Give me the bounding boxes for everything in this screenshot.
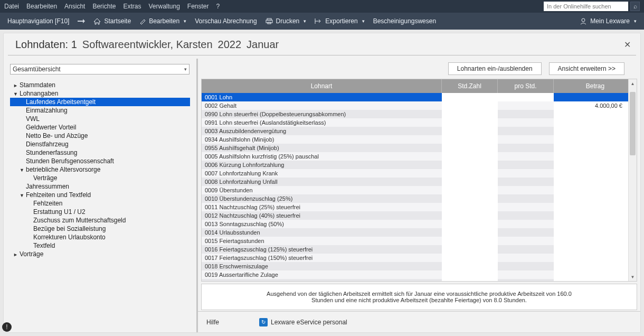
cell-betrag[interactable] — [554, 135, 628, 144]
hauptnavigation-button[interactable]: Hauptnavigation [F10] — [7, 17, 69, 25]
cell-prostd[interactable] — [498, 211, 554, 220]
tree-item[interactable]: Netto Be- und Abzüge — [10, 132, 190, 140]
table-row[interactable]: 0015 Feiertagsstunden — [202, 237, 628, 245]
cell-stdzahl[interactable] — [442, 254, 498, 262]
search-button[interactable]: ⌕ — [630, 2, 640, 11]
table-row[interactable]: 0001 Lohn — [202, 93, 628, 101]
cell-prostd[interactable] — [498, 228, 554, 237]
tree-item[interactable]: ▼Fehlzeiten und Textfeld — [10, 191, 190, 199]
tree-item[interactable]: ▼Lohnangaben — [10, 89, 190, 98]
scroll-up-icon[interactable]: ▲ — [629, 79, 637, 88]
overview-select[interactable]: Gesamtübersicht ▾ — [10, 64, 190, 74]
table-row[interactable]: 0002 Gehalt4.000,00 € — [202, 101, 628, 110]
tree-item[interactable]: Korrekturen Urlaubskonto — [10, 233, 190, 241]
cell-prostd[interactable] — [498, 262, 554, 270]
cell-prostd[interactable] — [498, 186, 554, 194]
table-row[interactable]: 0013 Sonntagszuschlag (50%) — [202, 220, 628, 228]
bearbeiten-button[interactable]: Bearbeiten▾ — [139, 17, 186, 25]
cell-prostd[interactable] — [498, 279, 554, 281]
cell-betrag[interactable] — [554, 220, 628, 228]
cell-prostd[interactable] — [498, 203, 554, 211]
table-row[interactable]: 0955 Aushilfsgehalt (Minijob) — [202, 144, 628, 152]
table-row[interactable]: 0003 Auszubildendenvergütung — [202, 127, 628, 135]
cell-stdzahl[interactable] — [442, 211, 498, 220]
cell-betrag[interactable] — [554, 245, 628, 254]
cell-betrag[interactable] — [554, 144, 628, 152]
cell-betrag[interactable] — [554, 161, 628, 169]
cell-prostd[interactable] — [498, 270, 554, 279]
tree-item[interactable]: Zuschuss zum Mutterschaftsgeld — [10, 216, 190, 225]
cell-stdzahl[interactable] — [442, 279, 498, 281]
col-lohnart[interactable]: Lohnart — [202, 79, 442, 93]
cell-stdzahl[interactable] — [442, 194, 498, 203]
table-row[interactable]: 0018 Erschwerniszulage — [202, 262, 628, 270]
cell-prostd[interactable] — [498, 93, 554, 101]
cell-betrag[interactable] — [554, 110, 628, 118]
cell-betrag[interactable] — [554, 211, 628, 220]
cell-betrag[interactable] — [554, 237, 628, 245]
cell-betrag[interactable] — [554, 194, 628, 203]
tree-item[interactable]: Jahressummen — [10, 182, 190, 191]
cell-stdzahl[interactable] — [442, 245, 498, 254]
cell-stdzahl[interactable] — [442, 169, 498, 178]
vorschau-button[interactable]: Vorschau Abrechnung — [195, 17, 257, 25]
bescheinigung-button[interactable]: Bescheinigungswesen — [373, 17, 436, 25]
cell-stdzahl[interactable] — [442, 118, 498, 127]
cell-betrag[interactable] — [554, 186, 628, 194]
cell-prostd[interactable] — [498, 194, 554, 203]
tree-item[interactable]: Stundenerfassung — [10, 148, 190, 157]
cell-prostd[interactable] — [498, 152, 554, 161]
cell-betrag[interactable]: 4.000,00 € — [554, 101, 628, 110]
menu-extras[interactable]: Extras — [123, 3, 141, 10]
mein-lexware-button[interactable]: Mein Lexware▾ — [580, 17, 637, 25]
exportieren-button[interactable]: Exportieren▾ — [315, 17, 364, 25]
menu-datei[interactable]: Datei — [4, 3, 19, 10]
cell-prostd[interactable] — [498, 127, 554, 135]
cell-betrag[interactable] — [554, 279, 628, 281]
cell-prostd[interactable] — [498, 169, 554, 178]
cell-betrag[interactable] — [554, 228, 628, 237]
vertical-scrollbar[interactable]: ▲ ▼ — [628, 79, 637, 281]
tree-item[interactable]: Stunden Berufsgenossenschaft — [10, 157, 190, 165]
scroll-down-icon[interactable]: ▼ — [629, 273, 637, 281]
lohnarten-toggle-button[interactable]: Lohnarten ein-/ausblenden — [448, 62, 542, 75]
cell-betrag[interactable] — [554, 254, 628, 262]
tree-item[interactable]: Einmalzahlung — [10, 106, 190, 115]
cell-stdzahl[interactable] — [442, 161, 498, 169]
table-row[interactable]: 0019 Aussertarifliche Zulage — [202, 270, 628, 279]
help-link[interactable]: Hilfe — [203, 319, 219, 326]
table-row[interactable]: 0008 Lohnfortzahlung Unfall — [202, 178, 628, 186]
cell-prostd[interactable] — [498, 178, 554, 186]
table-row[interactable]: 0934 Aushilfslohn (Minijob) — [202, 135, 628, 144]
cell-stdzahl[interactable] — [442, 101, 498, 110]
cell-stdzahl[interactable] — [442, 135, 498, 144]
cell-stdzahl[interactable] — [442, 220, 498, 228]
menu-help[interactable]: ? — [216, 3, 220, 10]
cell-prostd[interactable] — [498, 135, 554, 144]
cell-prostd[interactable] — [498, 161, 554, 169]
cell-prostd[interactable] — [498, 220, 554, 228]
table-row[interactable]: 0017 Feiertagszuschlag (150%) steuerfrei — [202, 254, 628, 262]
tree-item[interactable]: VWL — [10, 115, 190, 123]
col-prostd[interactable]: pro Std. — [498, 79, 554, 93]
cell-stdzahl[interactable] — [442, 203, 498, 211]
cell-prostd[interactable] — [498, 237, 554, 245]
pin-icon[interactable] — [78, 18, 85, 24]
table-row[interactable]: 0010 Überstundenzuschlag (25%) — [202, 194, 628, 203]
scroll-thumb[interactable] — [630, 92, 636, 155]
table-row[interactable]: 0016 Feiertagszuschlag (125%) steuerfrei — [202, 245, 628, 254]
cell-betrag[interactable] — [554, 118, 628, 127]
cell-betrag[interactable] — [554, 270, 628, 279]
tree-item[interactable]: ►Vorträge — [10, 250, 190, 258]
cell-betrag[interactable] — [554, 152, 628, 161]
cell-stdzahl[interactable] — [442, 110, 498, 118]
col-betrag[interactable]: Betrag — [554, 79, 637, 93]
tree-item[interactable]: Textfeld — [10, 241, 190, 250]
cell-prostd[interactable] — [498, 118, 554, 127]
cell-prostd[interactable] — [498, 144, 554, 152]
cell-stdzahl[interactable] — [442, 186, 498, 194]
cell-stdzahl[interactable] — [442, 270, 498, 279]
tree-item[interactable]: Laufendes Arbeitsentgelt — [10, 98, 190, 106]
cell-stdzahl[interactable] — [442, 152, 498, 161]
cell-stdzahl[interactable] — [442, 178, 498, 186]
